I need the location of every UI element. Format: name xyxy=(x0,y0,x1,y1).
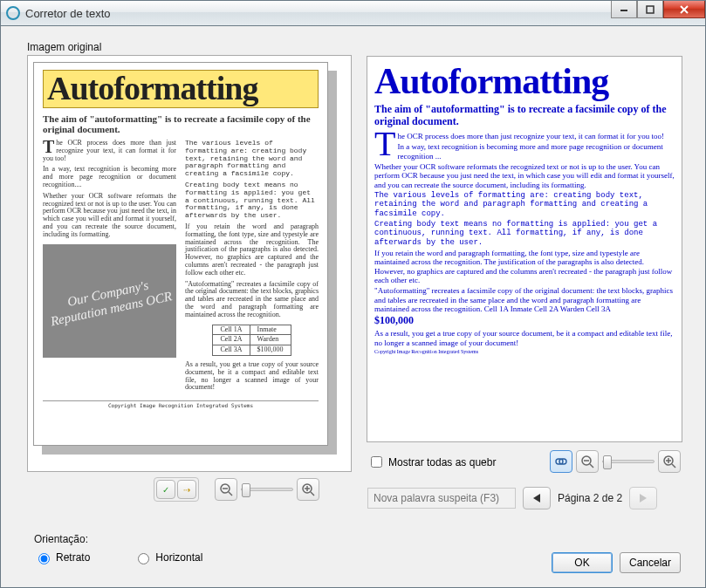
zoom-in-button[interactable] xyxy=(297,478,319,501)
zoom-slider-thumb[interactable] xyxy=(242,483,250,497)
minimize-button[interactable] xyxy=(611,1,637,18)
mark-link-icon[interactable]: ⇢ xyxy=(177,480,196,499)
orig-table: Cell 1AInmate Cell 2AWarden Cell 3A$100,… xyxy=(212,325,291,356)
dialog-buttons: OK Cancelar xyxy=(552,552,681,573)
svg-rect-1 xyxy=(647,6,654,13)
show-breaks-row: Mostrar todas as quebr xyxy=(367,454,496,470)
svg-marker-19 xyxy=(640,494,647,503)
window-buttons xyxy=(611,1,705,18)
page-indicator: Página 2 de 2 xyxy=(558,492,622,504)
res-p2: In a way, text recognition is becoming m… xyxy=(374,142,675,161)
orig-p4: If you retain the word and paragraph for… xyxy=(185,223,319,277)
maximize-button[interactable] xyxy=(637,1,663,18)
table-cell: Cell 3A xyxy=(213,345,250,356)
landscape-label: Horizontal xyxy=(155,551,202,564)
table-cell: $100,000 xyxy=(250,345,291,356)
orig-embedded-image: Our Company's Reputation means OCR xyxy=(43,244,176,358)
res-subheading: The aim of "autoformatting" is to recrea… xyxy=(374,104,675,128)
cancel-button[interactable]: Cancelar xyxy=(620,552,681,573)
svg-line-5 xyxy=(229,492,232,496)
show-breaks-checkbox[interactable] xyxy=(371,456,382,468)
close-button[interactable] xyxy=(663,1,705,18)
orig-subheading: The aim of "autoformatting" is to recrea… xyxy=(43,113,319,134)
orientation-group: Orientação: Retrato Horizontal xyxy=(34,533,202,564)
res-footer: Copyright Image Recognition Integrated S… xyxy=(374,349,675,355)
orig-image-caption: Our Company's Reputation means OCR xyxy=(41,271,178,330)
orig-p2: In a way, text recognition is becoming m… xyxy=(43,166,176,188)
svg-line-8 xyxy=(311,492,314,496)
res-p5b: Cell 1A Inmate Cell 2A Warden Cell 3A xyxy=(484,304,611,313)
res-price: $100,000 xyxy=(374,315,675,327)
app-icon xyxy=(6,6,20,20)
result-zoom-in-button[interactable] xyxy=(658,450,681,473)
portrait-radio[interactable] xyxy=(38,553,50,564)
original-page: Autoformatting The aim of "autoformattin… xyxy=(33,62,328,446)
zoom-slider[interactable] xyxy=(241,488,293,491)
result-preview[interactable]: Autoformatting The aim of "autoformattin… xyxy=(367,56,682,442)
orig-footer: Copyright Image Recognition Integrated S… xyxy=(43,400,319,409)
orig-p5: "Autoformatting" recreates a facsimile c… xyxy=(185,281,319,319)
orientation-label: Orientação: xyxy=(34,533,202,545)
landscape-radio[interactable] xyxy=(138,553,149,564)
orig-mono1: The various levels of formatting are: cr… xyxy=(185,140,319,178)
orig-p1: he OCR process does more than just recog… xyxy=(43,139,176,162)
next-page-button[interactable] xyxy=(629,487,657,509)
image-toolbar: ✓ ⇢ xyxy=(154,477,319,502)
res-heading: Autoformatting xyxy=(374,60,675,102)
suspect-word-input[interactable] xyxy=(367,488,516,509)
svg-line-12 xyxy=(590,464,593,468)
original-preview[interactable]: Autoformatting The aim of "autoformattin… xyxy=(27,55,352,472)
prev-page-button[interactable] xyxy=(523,487,551,509)
result-toolbar xyxy=(550,450,681,473)
table-cell: Inmate xyxy=(250,325,291,335)
original-image-label: Imagem original xyxy=(27,41,101,53)
link-panes-button[interactable] xyxy=(550,450,572,473)
show-breaks-label: Mostrar todas as quebr xyxy=(388,456,496,468)
table-cell: Warden xyxy=(250,335,291,345)
portrait-label: Retrato xyxy=(56,551,90,564)
result-zoom-slider[interactable] xyxy=(602,460,655,463)
titlebar: Corretor de texto xyxy=(0,0,706,26)
landscape-option[interactable]: Horizontal xyxy=(134,550,202,564)
res-p1: he OCR process does more than just recog… xyxy=(397,132,664,140)
orig-p6: As a result, you get a true copy of your… xyxy=(185,361,319,392)
orig-mono2: Creating body text means no formatting i… xyxy=(185,181,319,220)
window-title: Corretor de texto xyxy=(25,7,111,20)
res-p4: If you retain the word and paragraph for… xyxy=(374,249,675,284)
res-mono2: Creating body text means no formatting i… xyxy=(374,220,675,247)
svg-marker-18 xyxy=(533,494,540,503)
orig-p3: Whether your OCR software reformats the … xyxy=(43,193,176,239)
orig-heading: Autoformatting xyxy=(43,70,319,108)
dialog-body: Imagem original Autoformatting The aim o… xyxy=(0,26,706,588)
table-cell: Cell 2A xyxy=(213,335,250,345)
mark-correct-icon[interactable]: ✓ xyxy=(156,480,175,499)
ok-button[interactable]: OK xyxy=(552,552,613,573)
res-p6: As a result, you get a true copy of your… xyxy=(374,329,675,347)
result-zoom-out-button[interactable] xyxy=(576,450,599,473)
suspect-row: Página 2 de 2 xyxy=(367,487,657,509)
svg-line-15 xyxy=(672,464,675,468)
zoom-out-button[interactable] xyxy=(215,478,237,501)
res-mono1: The various levels of formatting are: cr… xyxy=(374,191,675,218)
table-cell: Cell 1A xyxy=(213,325,250,335)
portrait-option[interactable]: Retrato xyxy=(34,550,90,564)
res-p3: Whether your OCR software reformats the … xyxy=(374,162,675,189)
result-zoom-slider-thumb[interactable] xyxy=(603,455,612,469)
